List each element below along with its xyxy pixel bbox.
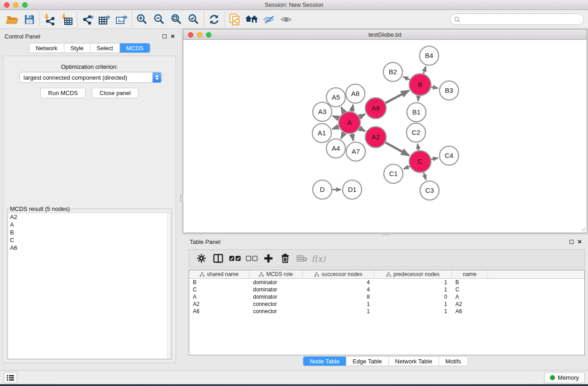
function-builder-icon[interactable]: f(x) bbox=[310, 251, 327, 266]
zoom-in-icon[interactable] bbox=[134, 12, 151, 27]
select-all-checkboxes-icon[interactable] bbox=[226, 251, 243, 266]
minimize-window-icon[interactable] bbox=[13, 2, 19, 8]
table-row[interactable]: A2connector11A2 bbox=[189, 300, 584, 308]
table-cell[interactable]: 0 bbox=[374, 293, 452, 300]
graph-node-A7[interactable]: A7 bbox=[346, 142, 365, 161]
table-cell[interactable]: A bbox=[452, 293, 488, 300]
table-row[interactable]: Cdominator41C bbox=[189, 286, 584, 293]
network-overview-icon[interactable] bbox=[226, 12, 243, 27]
show-details-eye-icon[interactable] bbox=[277, 12, 295, 27]
home-icon[interactable] bbox=[243, 12, 260, 27]
delete-column-trash-icon[interactable] bbox=[277, 251, 293, 266]
zoom-fit-icon[interactable] bbox=[168, 12, 185, 27]
vertical-splitter-handle[interactable] bbox=[180, 195, 183, 202]
close-control-panel-icon[interactable]: × bbox=[171, 34, 175, 38]
mcds-result-item[interactable]: B bbox=[8, 229, 171, 236]
network-canvas[interactable]: AA1A2A3A4A5A6A7A8BB1B2B3B4CC1C2C3C4DD1 bbox=[184, 40, 586, 232]
table-row[interactable]: Adominator80A bbox=[189, 293, 584, 300]
node-table[interactable]: shared nameMCDS rolesuccessor nodesprede… bbox=[189, 270, 585, 355]
refresh-layout-icon[interactable] bbox=[206, 12, 223, 27]
graph-node-C4[interactable]: C4 bbox=[440, 146, 459, 165]
tab-node-table[interactable]: Node Table bbox=[303, 357, 346, 366]
graph-node-A4[interactable]: A4 bbox=[326, 139, 345, 158]
tab-motifs[interactable]: Motifs bbox=[439, 357, 468, 366]
column-header-shared-name[interactable]: shared name bbox=[189, 270, 249, 278]
graph-edge-A-A3[interactable] bbox=[333, 116, 339, 118]
criterion-dropdown[interactable]: largest connected component (directed) bbox=[19, 72, 162, 83]
table-cell[interactable]: dominator bbox=[249, 286, 303, 293]
table-cell[interactable]: 1 bbox=[303, 308, 374, 315]
graph-node-C2[interactable]: C2 bbox=[406, 123, 425, 142]
zoom-selected-icon[interactable] bbox=[185, 12, 202, 27]
graph-node-B1[interactable]: B1 bbox=[407, 103, 426, 122]
close-window-icon[interactable] bbox=[4, 2, 10, 8]
task-history-button[interactable] bbox=[4, 372, 17, 383]
graph-node-A1[interactable]: A1 bbox=[312, 124, 331, 143]
column-header-mcds-role[interactable]: MCDS role bbox=[249, 270, 303, 278]
graph-node-A[interactable]: A bbox=[339, 112, 360, 133]
table-cell[interactable]: 1 bbox=[374, 279, 452, 286]
table-cell[interactable]: 4 bbox=[303, 286, 374, 293]
graph-edge-A-A6[interactable] bbox=[359, 114, 365, 117]
graph-edge-C-C1[interactable] bbox=[404, 166, 410, 169]
table-cell[interactable]: B bbox=[452, 279, 488, 286]
graph-edge-A-A1[interactable] bbox=[332, 127, 339, 129]
graph-edge-A2-C[interactable] bbox=[385, 143, 409, 156]
run-mcds-button[interactable]: Run MCDS bbox=[40, 88, 86, 98]
table-cell[interactable]: connector bbox=[249, 308, 303, 315]
graph-node-C[interactable]: C bbox=[409, 151, 431, 172]
close-network-window-icon[interactable] bbox=[188, 32, 193, 38]
float-control-panel-icon[interactable] bbox=[163, 34, 167, 38]
table-cell[interactable]: A2 bbox=[189, 300, 249, 308]
float-table-panel-icon[interactable] bbox=[569, 240, 574, 244]
import-network-icon[interactable] bbox=[41, 12, 58, 27]
table-cell[interactable]: A2 bbox=[452, 300, 488, 308]
graph-edge-B-B2[interactable] bbox=[403, 77, 410, 80]
graph-edge-A-A7[interactable] bbox=[352, 133, 353, 140]
memory-button[interactable]: Memory bbox=[544, 372, 585, 383]
export-network-icon[interactable] bbox=[79, 12, 96, 27]
add-column-icon[interactable] bbox=[260, 251, 277, 266]
save-session-icon[interactable] bbox=[21, 12, 38, 27]
table-cell[interactable]: A6 bbox=[189, 308, 249, 315]
graph-node-A2[interactable]: A2 bbox=[365, 127, 386, 148]
graph-edge-C-C4[interactable] bbox=[431, 158, 438, 159]
settings-gear-icon[interactable] bbox=[193, 251, 210, 266]
graph-node-D1[interactable]: D1 bbox=[343, 180, 362, 199]
graph-edge-A6-B[interactable] bbox=[385, 91, 409, 103]
graph-node-B[interactable]: B bbox=[409, 74, 431, 95]
tab-network[interactable]: Network bbox=[29, 43, 64, 52]
table-row[interactable]: A6connector11A6 bbox=[189, 308, 584, 315]
graph-edge-C-C3[interactable] bbox=[424, 172, 426, 180]
column-header-predecessor-nodes[interactable]: predecessor nodes bbox=[374, 270, 452, 278]
graph-edge-A-A8[interactable] bbox=[352, 105, 353, 112]
graph-node-B2[interactable]: B2 bbox=[383, 62, 402, 81]
graph-node-A5[interactable]: A5 bbox=[326, 88, 345, 107]
mcds-result-scrollbar[interactable] bbox=[167, 213, 171, 358]
tab-network-table[interactable]: Network Table bbox=[389, 357, 439, 366]
mcds-result-item[interactable]: A bbox=[8, 221, 171, 229]
tab-mcds[interactable]: MCDS bbox=[120, 43, 150, 52]
graph-edge-A-A4[interactable] bbox=[341, 133, 344, 138]
table-cell[interactable]: dominator bbox=[249, 293, 303, 300]
table-cell[interactable]: dominator bbox=[249, 279, 303, 286]
table-cell[interactable]: C bbox=[189, 286, 249, 293]
table-cell[interactable]: connector bbox=[249, 300, 303, 308]
graph-edge-B-B4[interactable] bbox=[424, 67, 426, 74]
tab-style[interactable]: Style bbox=[64, 43, 91, 52]
table-cell[interactable]: 4 bbox=[303, 279, 374, 286]
column-header-successor-nodes[interactable]: successor nodes bbox=[303, 270, 374, 278]
close-table-panel-icon[interactable]: × bbox=[578, 239, 582, 244]
table-cell[interactable]: A bbox=[189, 293, 249, 300]
table-cell[interactable]: 1 bbox=[303, 300, 374, 308]
column-header-name[interactable]: name bbox=[452, 270, 488, 278]
table-cell[interactable]: C bbox=[452, 286, 488, 293]
graph-node-A6[interactable]: A6 bbox=[365, 98, 386, 119]
export-image-icon[interactable] bbox=[113, 12, 130, 27]
tab-select[interactable]: Select bbox=[91, 43, 120, 52]
graph-edge-A-A2[interactable] bbox=[359, 128, 365, 131]
graph-node-C1[interactable]: C1 bbox=[384, 164, 403, 183]
table-cell[interactable]: 8 bbox=[303, 293, 374, 300]
table-cell[interactable]: B bbox=[189, 279, 249, 286]
delete-table-icon[interactable] bbox=[293, 251, 310, 266]
